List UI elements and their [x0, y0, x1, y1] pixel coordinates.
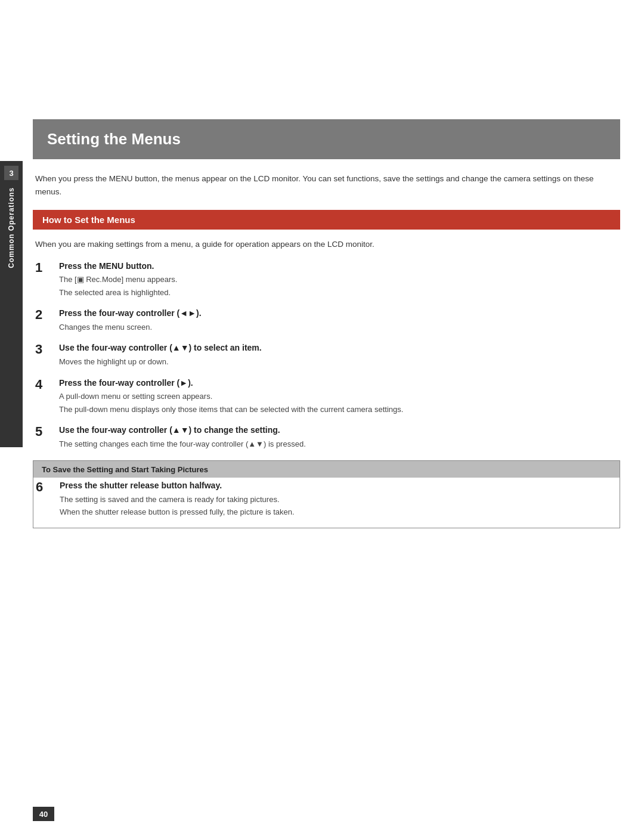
step-1-desc-2: The selected area is highlighted.: [59, 287, 618, 299]
step-2-desc-1: Changes the menu screen.: [59, 321, 618, 333]
side-tab: 3 Common Operations: [0, 161, 23, 447]
step-5-desc-1: The setting changes each time the four-w…: [59, 438, 618, 450]
step-1-desc-1: The [▣ Rec.Mode] menu appears.: [59, 274, 618, 286]
title-section: Setting the Menus: [33, 119, 620, 159]
step-4: 4 Press the four-way controller (►). A p…: [35, 377, 618, 417]
page-number: 40: [33, 807, 54, 821]
step-6: 6 Press the shutter release button halfw…: [33, 480, 620, 519]
step-6-content: Press the shutter release button halfway…: [60, 480, 617, 519]
step-3: 3 Use the four-way controller (▲▼) to se…: [35, 342, 618, 368]
step-5-number: 5: [35, 425, 54, 439]
page-title: Setting the Menus: [47, 130, 606, 148]
step-2-content: Press the four-way controller (◄►). Chan…: [59, 308, 618, 334]
section-header: How to Set the Menus: [33, 210, 620, 230]
step-4-content: Press the four-way controller (►). A pul…: [59, 377, 618, 417]
section-intro: When you are making settings from a menu…: [33, 238, 620, 251]
steps-container: 1 Press the MENU button. The [▣ Rec.Mode…: [33, 261, 620, 451]
step-3-content: Use the four-way controller (▲▼) to sele…: [59, 342, 618, 368]
step-3-title: Use the four-way controller (▲▼) to sele…: [59, 342, 618, 354]
step-6-desc-2: When the shutter release button is press…: [60, 506, 617, 518]
sub-section-content: 6 Press the shutter release button halfw…: [33, 478, 620, 519]
step-1-number: 1: [35, 261, 54, 275]
step-5-content: Use the four-way controller (▲▼) to chan…: [59, 425, 618, 451]
step-2-number: 2: [35, 308, 54, 322]
step-5-title: Use the four-way controller (▲▼) to chan…: [59, 425, 618, 436]
step-6-number: 6: [36, 480, 55, 494]
content-area: Setting the Menus When you press the MEN…: [33, 119, 620, 785]
intro-text: When you press the MENU button, the menu…: [33, 172, 620, 198]
step-4-number: 4: [35, 377, 54, 392]
chapter-number: 3: [4, 166, 18, 180]
sub-section-header: To Save the Setting and Start Taking Pic…: [33, 461, 620, 478]
step-1-title: Press the MENU button.: [59, 261, 618, 272]
step-1-content: Press the MENU button. The [▣ Rec.Mode] …: [59, 261, 618, 300]
step-2: 2 Press the four-way controller (◄►). Ch…: [35, 308, 618, 334]
sub-section: To Save the Setting and Start Taking Pic…: [33, 460, 620, 528]
step-2-title: Press the four-way controller (◄►).: [59, 308, 618, 320]
step-4-desc-1: A pull-down menu or setting screen appea…: [59, 391, 618, 402]
sub-section-header-text: To Save the Setting and Start Taking Pic…: [42, 465, 208, 474]
step-4-title: Press the four-way controller (►).: [59, 377, 618, 389]
step-1: 1 Press the MENU button. The [▣ Rec.Mode…: [35, 261, 618, 300]
side-tab-label: Common Operations: [7, 187, 16, 268]
step-3-desc-1: Moves the highlight up or down.: [59, 356, 618, 368]
step-3-number: 3: [35, 342, 54, 357]
page-container: 3 Common Operations Setting the Menus Wh…: [0, 0, 644, 833]
step-6-title: Press the shutter release button halfway…: [60, 480, 617, 492]
step-6-desc-1: The setting is saved and the camera is r…: [60, 494, 617, 506]
section-header-text: How to Set the Menus: [42, 215, 135, 225]
step-5: 5 Use the four-way controller (▲▼) to ch…: [35, 425, 618, 451]
step-4-desc-2: The pull-down menu displays only those i…: [59, 404, 618, 416]
